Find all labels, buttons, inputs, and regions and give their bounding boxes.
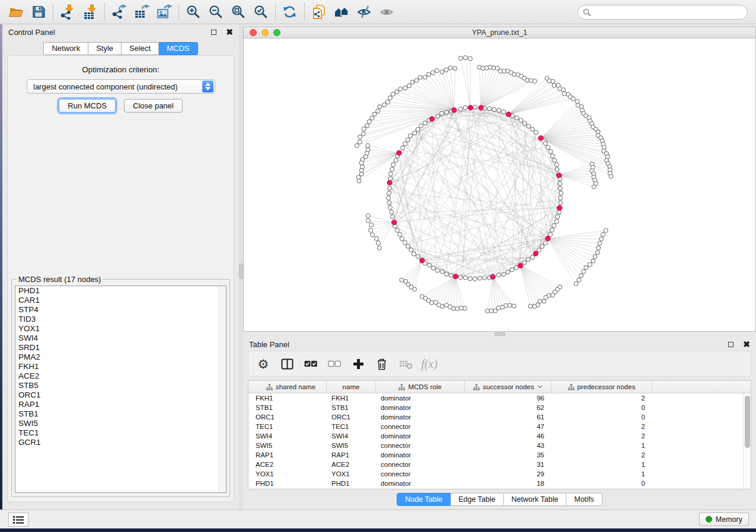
horizontal-splitter[interactable] bbox=[243, 332, 756, 336]
vertical-splitter-handle[interactable] bbox=[239, 264, 243, 279]
network-node[interactable] bbox=[362, 127, 366, 131]
export-table-button[interactable] bbox=[130, 2, 153, 22]
export-network-button[interactable] bbox=[108, 2, 130, 22]
network-node[interactable] bbox=[365, 124, 369, 128]
mcds-result-item[interactable]: TEC1 bbox=[15, 428, 226, 438]
network-node[interactable] bbox=[599, 237, 604, 241]
hide-selected-button[interactable] bbox=[353, 2, 375, 22]
table-cell[interactable]: FKH1 bbox=[248, 395, 327, 402]
network-node[interactable] bbox=[497, 108, 501, 113]
network-node[interactable] bbox=[550, 228, 554, 232]
table-cell[interactable]: SWI4 bbox=[248, 432, 327, 440]
table-cell[interactable]: 31 bbox=[465, 461, 551, 468]
run-mcds-button[interactable]: Run MCDS bbox=[59, 99, 116, 113]
optimization-criterion-select[interactable]: largest connected component (undirected) bbox=[27, 79, 215, 94]
network-node[interactable] bbox=[375, 236, 379, 241]
network-node[interactable] bbox=[525, 78, 529, 82]
table-cell[interactable]: TEC1 bbox=[248, 423, 327, 430]
export-image-button[interactable] bbox=[153, 2, 176, 22]
network-node[interactable] bbox=[592, 185, 596, 189]
network-hub-node[interactable] bbox=[453, 274, 458, 278]
table-cell[interactable]: 1 bbox=[551, 470, 652, 477]
network-node[interactable] bbox=[571, 97, 575, 101]
network-node[interactable] bbox=[458, 275, 462, 280]
mcds-result-item[interactable]: STB5 bbox=[15, 381, 226, 390]
table-cell[interactable]: connector bbox=[376, 470, 465, 477]
network-node[interactable] bbox=[561, 88, 565, 92]
network-node[interactable] bbox=[559, 191, 563, 195]
network-node[interactable] bbox=[582, 270, 586, 274]
network-node[interactable] bbox=[356, 175, 361, 180]
network-node[interactable] bbox=[388, 172, 393, 176]
table-cell[interactable]: ACE2 bbox=[248, 461, 327, 468]
vertical-splitter[interactable] bbox=[239, 24, 243, 509]
table-scrollbar-thumb[interactable] bbox=[745, 396, 750, 448]
table-cell[interactable]: dominator bbox=[376, 395, 465, 402]
mcds-result-item[interactable]: SWI5 bbox=[15, 419, 226, 428]
network-node[interactable] bbox=[591, 259, 595, 263]
network-node[interactable] bbox=[463, 56, 467, 60]
network-node[interactable] bbox=[500, 305, 505, 309]
network-node[interactable] bbox=[551, 293, 555, 297]
network-node[interactable] bbox=[407, 84, 412, 88]
network-node[interactable] bbox=[496, 273, 500, 277]
tab-style[interactable]: Style bbox=[88, 42, 122, 55]
network-node[interactable] bbox=[366, 143, 370, 148]
table-cell[interactable]: TEC1 bbox=[327, 423, 376, 430]
network-node[interactable] bbox=[553, 158, 557, 162]
network-node[interactable] bbox=[406, 244, 410, 248]
tab-motifs[interactable]: Motifs bbox=[566, 493, 602, 506]
table-cell[interactable]: 29 bbox=[465, 470, 551, 477]
network-node[interactable] bbox=[527, 124, 531, 129]
network-node[interactable] bbox=[388, 186, 392, 190]
network-node[interactable] bbox=[428, 263, 432, 267]
network-node[interactable] bbox=[400, 237, 404, 241]
table-cell[interactable]: 0 bbox=[551, 404, 652, 411]
network-node[interactable] bbox=[588, 262, 592, 267]
network-node[interactable] bbox=[522, 261, 527, 265]
network-node[interactable] bbox=[532, 305, 537, 309]
network-node[interactable] bbox=[510, 268, 514, 272]
network-node[interactable] bbox=[487, 107, 492, 111]
table-cell[interactable]: connector bbox=[376, 461, 465, 468]
zoom-in-button[interactable] bbox=[182, 2, 205, 22]
network-hub-node[interactable] bbox=[490, 274, 495, 279]
select-all-button[interactable] bbox=[303, 356, 318, 371]
network-node[interactable] bbox=[388, 96, 392, 100]
float-table-panel-icon[interactable] bbox=[728, 342, 733, 347]
network-node[interactable] bbox=[403, 142, 407, 146]
table-cell[interactable]: YOX1 bbox=[248, 470, 327, 477]
network-node[interactable] bbox=[440, 70, 444, 74]
table-cell[interactable]: 47 bbox=[465, 423, 551, 430]
network-node[interactable] bbox=[369, 228, 373, 232]
table-cell[interactable]: PHD1 bbox=[327, 480, 376, 487]
network-node[interactable] bbox=[468, 56, 473, 60]
network-node[interactable] bbox=[463, 275, 467, 280]
network-node[interactable] bbox=[489, 309, 493, 313]
table-cell[interactable]: 18 bbox=[465, 480, 551, 487]
mcds-result-item[interactable]: ORC1 bbox=[15, 390, 226, 400]
network-node[interactable] bbox=[386, 100, 390, 104]
network-node[interactable] bbox=[483, 275, 487, 280]
table-cell[interactable]: 46 bbox=[465, 432, 551, 440]
network-hub-node[interactable] bbox=[506, 112, 511, 117]
mcds-result-item[interactable]: SWI4 bbox=[15, 334, 226, 343]
network-graph[interactable] bbox=[244, 39, 755, 331]
network-node[interactable] bbox=[601, 232, 605, 236]
network-node[interactable] bbox=[512, 304, 516, 308]
network-node[interactable] bbox=[558, 181, 562, 185]
network-node[interactable] bbox=[398, 87, 403, 91]
network-hub-node[interactable] bbox=[429, 117, 434, 121]
table-cell[interactable]: dominator bbox=[376, 404, 465, 411]
network-node[interactable] bbox=[414, 78, 419, 82]
network-node[interactable] bbox=[529, 78, 533, 82]
search-field[interactable] bbox=[578, 5, 748, 20]
table-cell[interactable]: dominator bbox=[376, 451, 465, 459]
network-node[interactable] bbox=[388, 206, 393, 210]
network-node[interactable] bbox=[431, 266, 435, 270]
open-session-button[interactable] bbox=[5, 2, 27, 22]
network-node[interactable] bbox=[409, 248, 413, 252]
table-cell[interactable]: SWI5 bbox=[248, 442, 327, 449]
delete-table-button[interactable] bbox=[398, 356, 413, 371]
mcds-result-item[interactable]: ACE2 bbox=[15, 371, 226, 381]
